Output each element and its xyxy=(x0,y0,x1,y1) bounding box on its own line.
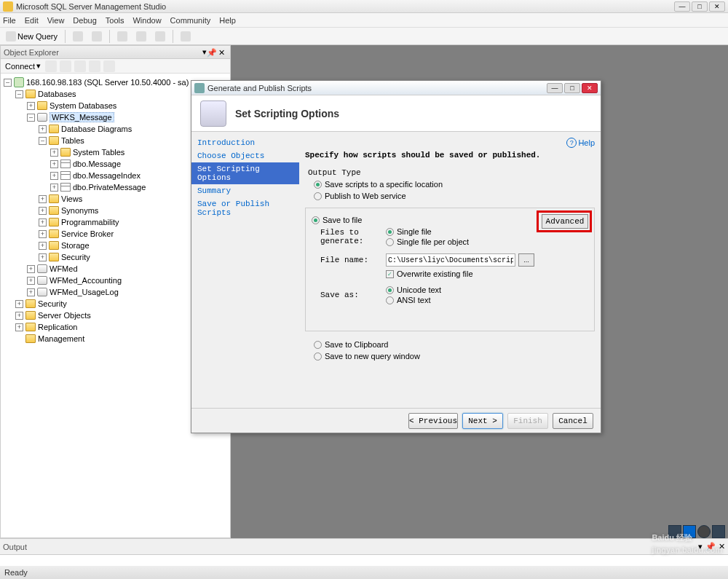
oe-tool-3[interactable] xyxy=(74,60,86,72)
radio-icon xyxy=(314,192,322,200)
output-type-label: Output Type xyxy=(308,168,595,177)
files-to-generate-label: Files to generate: xyxy=(312,228,380,245)
status-text: Ready xyxy=(4,568,28,577)
database-icon xyxy=(37,288,47,296)
filename-input[interactable] xyxy=(386,253,515,267)
radio-unicode[interactable]: Unicode text xyxy=(386,285,588,294)
tray-icon[interactable] xyxy=(668,525,681,538)
nav-choose-objects[interactable]: Choose Objects xyxy=(191,149,299,162)
output-content xyxy=(0,554,728,566)
menu-community[interactable]: Community xyxy=(170,16,211,25)
radio-icon xyxy=(312,216,320,224)
menu-view[interactable]: View xyxy=(47,16,65,25)
window-close[interactable]: ✕ xyxy=(709,1,725,12)
nav-introduction[interactable]: Introduction xyxy=(191,136,299,149)
object-explorer-toolbar: Connect▾ xyxy=(1,59,230,74)
radio-icon xyxy=(314,352,322,361)
window-maximize[interactable]: □ xyxy=(692,1,708,12)
doc-icon xyxy=(73,31,83,42)
folder-icon xyxy=(25,334,36,343)
menu-edit[interactable]: Edit xyxy=(25,16,39,25)
close-icon[interactable]: ✕ xyxy=(218,48,227,57)
folder-icon xyxy=(49,194,59,203)
app-title: Microsoft SQL Server Management Studio xyxy=(16,2,674,11)
toolbar-btn-1[interactable] xyxy=(70,29,86,44)
checkbox-overwrite[interactable]: ✓Overwrite existing file xyxy=(386,269,588,278)
folder-icon xyxy=(49,241,59,250)
table-icon xyxy=(60,183,71,192)
dialog-footer: < Previous Next > Finish Cancel xyxy=(191,408,601,433)
new-query-icon xyxy=(6,31,16,42)
toolbar-save[interactable] xyxy=(133,29,149,44)
radio-icon xyxy=(386,296,394,304)
toolbar-activity[interactable] xyxy=(178,29,194,44)
close-icon[interactable]: ✕ xyxy=(719,542,725,551)
dialog-minimize[interactable]: — xyxy=(547,83,563,93)
dialog-maximize[interactable]: □ xyxy=(564,83,580,93)
folder-icon xyxy=(49,136,59,145)
oe-tool-5[interactable] xyxy=(103,60,115,72)
nav-set-scripting-options[interactable]: Set Scripting Options xyxy=(191,162,299,184)
new-query-button[interactable]: New Query xyxy=(3,29,60,44)
radio-icon xyxy=(386,286,394,294)
nav-save-publish[interactable]: Save or Publish Scripts xyxy=(191,197,299,219)
dialog-icon xyxy=(194,83,205,93)
radio-icon xyxy=(386,238,394,246)
app-title-bar: Microsoft SQL Server Management Studio —… xyxy=(0,0,728,13)
menu-window[interactable]: Window xyxy=(132,16,161,25)
connect-dropdown[interactable]: Connect▾ xyxy=(4,61,42,71)
previous-button[interactable]: < Previous xyxy=(408,413,458,429)
folder-icon xyxy=(25,90,36,98)
output-panel-titlebar: Output ▾ 📌 ✕ xyxy=(0,538,728,554)
folder-icon xyxy=(49,218,59,227)
radio-save-new-query[interactable]: Save to new query window xyxy=(305,350,595,362)
cancel-button[interactable]: Cancel xyxy=(553,413,593,429)
tray-icon[interactable] xyxy=(712,525,725,538)
toolbar-separator xyxy=(109,30,110,43)
new-query-label: New Query xyxy=(17,32,58,41)
toolbar-btn-2[interactable] xyxy=(89,29,105,44)
toolbar-saveall[interactable] xyxy=(152,29,168,44)
folder-icon xyxy=(49,253,59,261)
menu-help[interactable]: Help xyxy=(219,16,236,25)
dialog-close[interactable]: ✕ xyxy=(582,83,598,93)
browse-button[interactable]: ... xyxy=(518,253,534,267)
advanced-button[interactable]: Advanced xyxy=(542,214,588,229)
folder-icon xyxy=(49,229,59,238)
object-explorer-title: Object Explorer xyxy=(4,48,202,57)
tray-icon[interactable] xyxy=(697,525,711,538)
checkbox-icon: ✓ xyxy=(386,270,394,278)
pin-icon[interactable]: 📌 xyxy=(207,48,215,57)
dialog-title-bar[interactable]: Generate and Publish Scripts — □ ✕ xyxy=(191,81,601,95)
radio-save-clipboard[interactable]: Save to Clipboard xyxy=(305,339,595,350)
menu-bar: File Edit View Debug Tools Window Commun… xyxy=(0,13,728,28)
output-title: Output xyxy=(3,543,698,551)
help-link[interactable]: ?Help xyxy=(305,138,595,148)
radio-ansi[interactable]: ANSI text xyxy=(386,296,588,304)
radio-save-location[interactable]: Save scripts to a specific location xyxy=(305,178,595,190)
next-button[interactable]: Next > xyxy=(462,413,503,429)
menu-debug[interactable]: Debug xyxy=(73,16,96,25)
menu-file[interactable]: File xyxy=(3,16,16,25)
radio-single-file-per-object[interactable]: Single file per object xyxy=(386,237,588,246)
doc2-icon xyxy=(92,31,102,42)
nav-summary[interactable]: Summary xyxy=(191,184,299,197)
pin-icon[interactable]: 📌 xyxy=(705,542,716,551)
menu-tools[interactable]: Tools xyxy=(106,16,124,25)
folder-icon xyxy=(25,299,36,308)
activity-icon xyxy=(181,31,191,42)
toolbar-open[interactable] xyxy=(114,29,130,44)
radio-publish-web[interactable]: Publish to Web service xyxy=(305,190,595,202)
oe-tool-2[interactable] xyxy=(60,60,71,72)
tray-icon[interactable] xyxy=(683,525,696,538)
save-icon xyxy=(136,31,146,42)
oe-tool-4[interactable] xyxy=(89,60,100,72)
wizard-nav: Introduction Choose Objects Set Scriptin… xyxy=(191,132,299,408)
filename-label: File name: xyxy=(312,256,380,264)
folder-icon xyxy=(60,148,71,157)
window-minimize[interactable]: — xyxy=(674,1,690,12)
oe-tool-1[interactable] xyxy=(45,60,57,72)
wizard-content: ?Help Specify how scripts should be save… xyxy=(299,132,601,408)
dropdown-icon[interactable]: ▾ xyxy=(698,542,703,551)
dialog-header: Set Scripting Options xyxy=(191,95,601,132)
